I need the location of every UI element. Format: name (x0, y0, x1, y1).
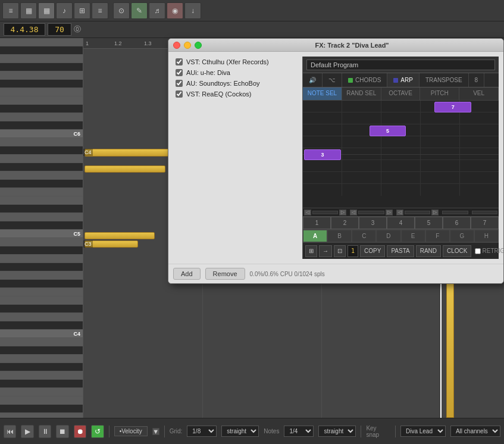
note-bar-vertical[interactable] (446, 275, 454, 418)
key-btn-6[interactable]: 6 (443, 217, 471, 229)
lines-button[interactable]: ≡ (92, 2, 108, 19)
control-icon3[interactable]: ⊡ (334, 245, 346, 257)
piano-key-A#4[interactable] (0, 246, 83, 255)
arp-tab-arp[interactable]: ARP (387, 73, 420, 87)
arp-preset-input[interactable] (306, 60, 495, 70)
piano-button[interactable]: ♬ (149, 2, 165, 19)
piano-key-B5[interactable] (0, 138, 83, 146)
plugin-3-checkbox[interactable] (176, 80, 183, 87)
piano-key-E5[interactable] (0, 196, 83, 205)
grid1-button[interactable]: ▦ (20, 2, 37, 19)
piano-key-A#6[interactable] (0, 46, 83, 55)
piano-key-G#6[interactable] (0, 63, 83, 71)
note-key-e[interactable]: E (401, 230, 425, 242)
piano-key-C4[interactable]: C4 (0, 330, 83, 338)
piano-key-C#4[interactable] (0, 321, 83, 330)
add-button[interactable]: Add (173, 268, 201, 280)
piano-key-C#5[interactable] (0, 221, 83, 230)
note-key-d[interactable]: D (376, 230, 400, 242)
piano-key-F6[interactable] (0, 88, 83, 96)
key-btn-5[interactable]: 5 (415, 217, 443, 229)
copy-button[interactable]: COPY (360, 245, 385, 257)
piano-key-G4[interactable] (0, 271, 83, 280)
piano-key-E4[interactable] (0, 296, 83, 305)
arp-note-3[interactable]: 3 (304, 149, 341, 160)
piano-key-D#4[interactable] (0, 305, 83, 313)
position-display[interactable]: 4.4.38 (4, 23, 45, 36)
record-button[interactable]: ⏺ (74, 425, 86, 438)
music-button[interactable]: ♪ (56, 2, 73, 19)
loop-button[interactable]: ↺ (91, 425, 104, 438)
piano-key-E6[interactable] (0, 96, 83, 105)
piano-key-D5[interactable] (0, 213, 83, 221)
col-rand-sel[interactable]: RAND SEL (342, 87, 381, 100)
piano-key-D4[interactable] (0, 313, 83, 321)
note-bar-c3-1[interactable] (84, 232, 155, 239)
channels-select[interactable]: All channels (450, 426, 500, 437)
key-btn-7[interactable]: 7 (471, 217, 499, 229)
velocity-arrow-button[interactable]: ▼ (152, 428, 159, 435)
pencil-button[interactable]: ✎ (131, 2, 148, 19)
key-btn-1[interactable]: 1 (303, 217, 331, 229)
note-key-f[interactable]: F (425, 230, 450, 242)
arp-scroll-right-1[interactable]: ▷ (339, 210, 346, 215)
piano-key-F#5[interactable] (0, 180, 83, 188)
arp-scroll-track-4[interactable] (442, 211, 468, 214)
arp-tab-transpose[interactable]: TRANSPOSE (420, 73, 469, 87)
piano-key-G#4[interactable] (0, 263, 83, 271)
piano-key-A5[interactable] (0, 155, 83, 163)
piano-key-A#3[interactable] (0, 346, 83, 355)
piano-key-G#5[interactable] (0, 163, 83, 171)
grid2-button[interactable]: ▦ (38, 2, 55, 19)
notes-mode-select[interactable]: straight triplet (318, 426, 356, 437)
note-bar-short1[interactable] (84, 165, 165, 173)
piano-key-B3[interactable] (0, 338, 83, 346)
piano-key-C#6[interactable] (0, 121, 83, 130)
piano-key-F4[interactable] (0, 288, 83, 296)
note-key-b[interactable]: B (327, 230, 352, 242)
arp-scroll-track-5[interactable] (472, 211, 497, 214)
arp-note-7[interactable]: 7 (434, 102, 471, 112)
piano-key-D6[interactable] (0, 113, 83, 121)
grid3-button[interactable]: ⊞ (74, 2, 90, 19)
tempo-display[interactable]: 70 (48, 23, 71, 36)
download-button[interactable]: ↓ (184, 2, 201, 19)
velocity-button[interactable]: •Velocity (114, 426, 148, 436)
plugin-4-checkbox[interactable] (176, 90, 183, 98)
key-btn-4[interactable]: 4 (387, 217, 415, 229)
piano-key-D#6[interactable] (0, 105, 83, 113)
note-key-g[interactable]: G (450, 230, 474, 242)
piano-key-G#3[interactable] (0, 363, 83, 371)
arp-tab-chords[interactable]: CHORDS (342, 73, 387, 87)
control-icon1[interactable]: ⊞ (305, 245, 317, 257)
rand-button[interactable]: RAND (416, 245, 441, 257)
key-btn-3[interactable]: 3 (359, 217, 387, 229)
note-key-h[interactable]: H (474, 230, 499, 242)
arp-tab-option[interactable]: ⌥ (323, 73, 342, 87)
piano-key-A6[interactable] (0, 55, 83, 63)
col-note-sel[interactable]: NOTE SEL (303, 87, 342, 100)
piano-key-C5[interactable]: C5 (0, 230, 83, 238)
fx-close-button[interactable] (173, 42, 180, 49)
stop-button[interactable]: ⏹ (56, 425, 68, 438)
paste-button[interactable]: PASTA (387, 245, 414, 257)
retrig-checkbox[interactable] (475, 248, 481, 254)
mode-select[interactable]: straight triplet swing (221, 426, 259, 437)
arp-scroll-track-1[interactable] (312, 211, 338, 214)
instrument-select[interactable]: Diva Lead (400, 426, 446, 437)
piano-key-D3[interactable] (0, 413, 83, 418)
piano-key-D#5[interactable] (0, 205, 83, 213)
piano-key-B4[interactable] (0, 238, 83, 246)
piano-key-F#4[interactable] (0, 280, 83, 288)
piano-key-G3[interactable] (0, 371, 83, 380)
piano-key-A3[interactable] (0, 355, 83, 363)
piano-key-F#3[interactable] (0, 380, 83, 388)
piano-key-F#6[interactable] (0, 80, 83, 88)
col-octave[interactable]: OCTAVE (381, 87, 421, 100)
arp-scroll-track-2[interactable] (358, 211, 384, 214)
clock-button[interactable]: CLOCK (443, 245, 471, 257)
fx-maximize-button[interactable] (195, 42, 202, 49)
arp-scroll-left-1[interactable]: ◁ (304, 210, 311, 215)
arp-scroll-right-2[interactable]: ▷ (386, 210, 393, 215)
control-icon2[interactable]: → (319, 245, 332, 257)
